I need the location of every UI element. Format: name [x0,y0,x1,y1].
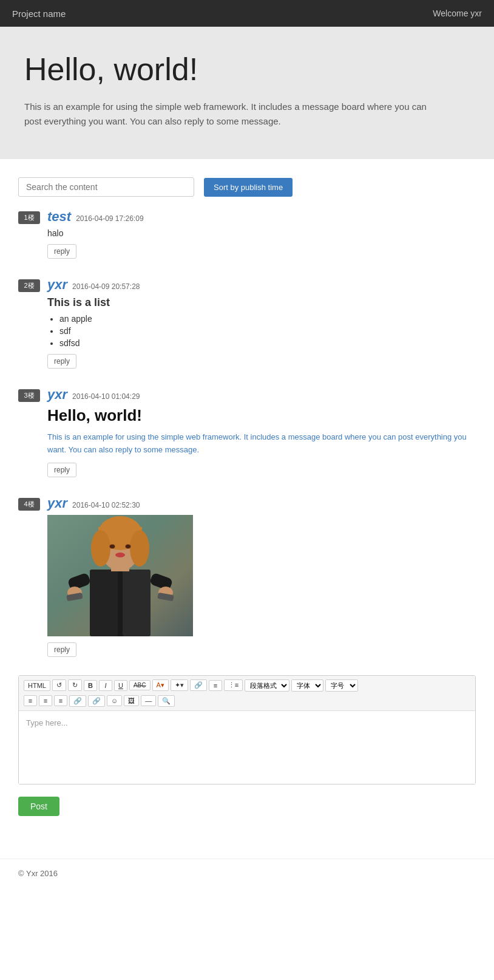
search-row: Sort by publish time [18,177,476,197]
reply-button[interactable]: reply [47,354,76,369]
post-item: 3楼 yxr 2016-04-10 01:04:29 Hello, world!… [18,387,476,477]
image-btn[interactable]: 🖼 [124,695,139,706]
hr-btn[interactable]: — [141,695,156,706]
font-color-btn[interactable]: A▾ [152,679,169,691]
post-body: yxr 2016-04-09 20:57:28 This is a list a… [47,277,476,369]
redo-btn[interactable]: ↻ [68,679,82,691]
post-item: 4楼 yxr 2016-04-10 02:52:30 [18,495,476,657]
toolbar-row-2: ≡ ≡ ≡ 🔗 🔗 ☺ 🖼 — 🔍 [24,695,470,707]
reply-button[interactable]: reply [47,463,76,477]
editor-toolbar: HTML ↺ ↻ B I U ABC A▾ ✦▾ 🔗 ≡ ⋮≡ 段落格式 标题1… [19,676,475,711]
article-body: This is an example for using the simple … [47,431,476,457]
size-select[interactable]: 字号 12px 14px 16px [325,679,358,692]
emoji-btn[interactable]: ☺ [107,695,122,706]
post-author-line: yxr 2016-04-10 02:52:30 [47,495,476,511]
svg-rect-3 [90,570,118,636]
ordered-list-btn[interactable]: ⋮≡ [224,679,243,691]
post-content [47,515,476,636]
main-content: Sort by publish time 1楼 test 2016-04-09 … [0,159,494,859]
navbar: Project name Welcome yxr [0,0,494,27]
bg-color-btn[interactable]: ✦▾ [171,679,188,691]
post-author-line: yxr 2016-04-10 01:04:29 [47,387,476,403]
navbar-welcome: Welcome yxr [433,9,482,18]
post-time: 2016-04-09 20:57:28 [72,282,140,291]
post-body: test 2016-04-09 17:26:09 halo reply [47,209,476,259]
list-item: sdf [59,326,476,336]
editor-section: HTML ↺ ↻ B I U ABC A▾ ✦▾ 🔗 ≡ ⋮≡ 段落格式 标题1… [18,675,476,784]
post-content: Hello, world! This is an example for usi… [47,406,476,457]
post-content: halo [47,228,476,238]
list-item: an apple [59,314,476,324]
reply-button[interactable]: reply [47,244,76,259]
link2-btn[interactable]: 🔗 [69,695,86,707]
align-left-btn[interactable]: ≡ [24,695,37,706]
post-image [47,515,193,636]
post-author: yxr [47,387,67,403]
html-btn[interactable]: HTML [24,680,50,691]
editor-area[interactable]: Type here... [19,711,475,784]
svg-point-10 [130,530,149,567]
post-number: 3楼 [18,389,40,402]
align-center-btn[interactable]: ≡ [39,695,52,706]
footer: © Yxr 2016 [0,859,494,888]
post-author: yxr [47,277,67,293]
svg-rect-4 [123,570,151,636]
post-submit-button[interactable]: Post [18,797,59,816]
post-body: yxr 2016-04-10 01:04:29 Hello, world! Th… [47,387,476,477]
svg-point-9 [91,530,110,567]
font-select[interactable]: 字体 Arial 宋体 [291,679,323,692]
list-title: This is a list [47,296,476,309]
unordered-list-btn[interactable]: ≡ [209,680,222,691]
post-number: 4楼 [18,498,40,511]
link3-btn[interactable]: 🔗 [88,695,105,707]
svg-point-13 [110,545,115,548]
navbar-brand[interactable]: Project name [12,9,66,19]
article-title: Hello, world! [47,406,476,425]
post-list: an apple sdf sdfsd [59,314,476,348]
post-body: yxr 2016-04-10 02:52:30 [47,495,476,657]
bold-btn[interactable]: B [84,680,97,691]
post-number: 2楼 [18,279,40,292]
toolbar-row-1: HTML ↺ ↻ B I U ABC A▾ ✦▾ 🔗 ≡ ⋮≡ 段落格式 标题1… [24,679,470,692]
post-author-line: yxr 2016-04-09 20:57:28 [47,277,476,293]
post-text: halo [47,228,476,238]
align-right-btn[interactable]: ≡ [54,695,67,706]
list-item: sdfsd [59,338,476,348]
svg-point-14 [126,545,130,548]
post-author: test [47,209,71,225]
post-author-line: test 2016-04-09 17:26:09 [47,209,476,225]
post-time: 2016-04-10 01:04:29 [72,392,140,401]
hero-description: This is an example for using the simple … [24,100,437,129]
paragraph-select[interactable]: 段落格式 标题1 标题2 正文 [245,679,289,692]
undo-btn[interactable]: ↺ [52,679,66,691]
post-item: 1楼 test 2016-04-09 17:26:09 halo reply [18,209,476,259]
post-time: 2016-04-09 17:26:09 [76,214,143,223]
post-content: This is a list an apple sdf sdfsd [47,296,476,348]
search-input[interactable] [18,177,194,197]
post-number: 1楼 [18,211,40,224]
hero-section: Hello, world! This is an example for usi… [0,27,494,159]
strike-btn[interactable]: ABC [129,680,151,690]
post-time: 2016-04-10 02:52:30 [72,501,140,509]
zoom-btn[interactable]: 🔍 [158,695,175,707]
sort-button[interactable]: Sort by publish time [204,178,293,197]
underline-btn[interactable]: U [114,680,127,691]
post-item: 2楼 yxr 2016-04-09 20:57:28 This is a lis… [18,277,476,369]
post-author: yxr [47,495,67,511]
italic-btn[interactable]: I [99,680,112,691]
svg-point-15 [115,553,125,557]
hero-title: Hello, world! [24,51,470,87]
link-btn[interactable]: 🔗 [190,679,207,691]
reply-button[interactable]: reply [47,642,76,657]
footer-copyright: © Yxr 2016 [18,869,58,878]
